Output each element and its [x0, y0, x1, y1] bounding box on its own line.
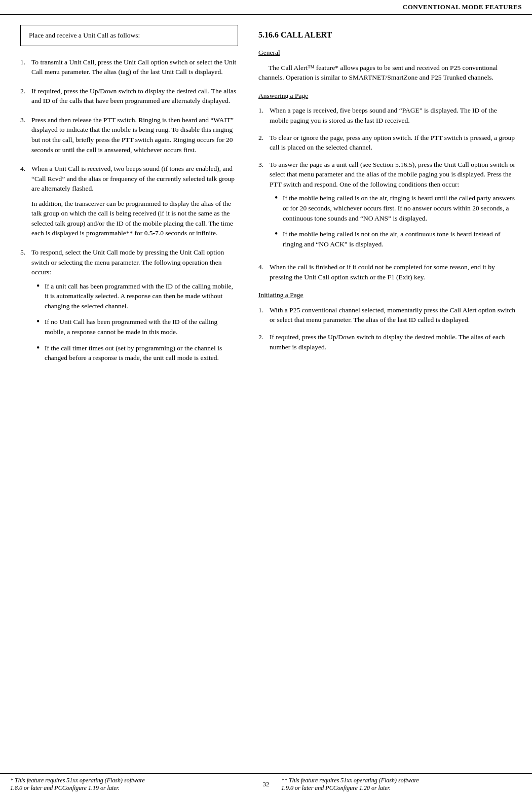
item-num: 2.: [20, 86, 31, 96]
intro-box: Place and receive a Unit Call as follows…: [20, 25, 238, 46]
item-num: 2.: [258, 332, 270, 342]
item-num: 5.: [20, 247, 31, 258]
page-header: CONVENTIONAL MODE FEATURES: [0, 0, 532, 15]
header-title: CONVENTIONAL MODE FEATURES: [403, 3, 522, 11]
item-text: If required, press the Up/Down switch to…: [270, 332, 517, 352]
list-item: 1. With a P25 conventional channel selec…: [258, 305, 517, 325]
list-item: • If the mobile being called is on the a…: [275, 193, 517, 223]
subsection-label: Initiating a Page: [258, 290, 517, 300]
bullet-icon: •: [275, 193, 283, 203]
left-column: Place and receive a Unit Call as follows…: [0, 15, 248, 388]
footer-right-line2: 1.9.0 or later and PCConfigure 1.20 or l…: [281, 784, 522, 792]
item-text: To clear or ignore the page, press any o…: [270, 133, 517, 153]
item-num: 1.: [20, 57, 31, 67]
list-item: • If no Unit Call has been programmed wi…: [36, 317, 238, 337]
footer-left: * This feature requires 51xx operating (…: [10, 777, 251, 792]
list-item: • If the call timer times out (set by pr…: [36, 343, 238, 363]
intro-text: Place and receive a Unit Call as follows…: [29, 31, 140, 39]
item-text: To respond, select the Unit Call mode by…: [31, 247, 238, 369]
bullet-icon: •: [36, 281, 45, 292]
footer-left-line2: 1.8.0 or later and PCConfigure 1.19 or l…: [10, 784, 251, 792]
item-num: 1.: [258, 105, 270, 116]
list-item: 2. To clear or ignore the page, press an…: [258, 133, 517, 153]
content-area: Place and receive a Unit Call as follows…: [0, 15, 532, 388]
item-num: 1.: [258, 305, 270, 315]
subsection-general: General The Call Alert™ feature* allows …: [258, 48, 517, 83]
list-item: • If a unit call has been programmed wit…: [36, 281, 238, 311]
list-item: • If the mobile being called is not on t…: [275, 229, 517, 249]
bullet-text: If a unit call has been programmed with …: [45, 281, 238, 311]
item-text: When the call is finished or if it could…: [270, 262, 517, 282]
subsection-initiating: Initiating a Page 1. With a P25 conventi…: [258, 290, 517, 352]
bullet-icon: •: [36, 343, 45, 353]
subsection-label: Answering a Page: [258, 91, 517, 101]
bullet-text: If no Unit Call has been programmed with…: [45, 317, 238, 337]
item-extra-text: In addition, the transceiver can be prog…: [31, 199, 238, 238]
list-item: 2. If required, press the Up/Down switch…: [258, 332, 517, 352]
item-text: Press and then release the PTT switch. R…: [31, 115, 238, 155]
item-num: 2.: [258, 133, 270, 143]
subsection-body: The Call Alert™ feature* allows pages to…: [258, 63, 517, 83]
sub-numbered-list: 1. When a page is received, five beeps s…: [258, 105, 517, 282]
item-num: 4.: [258, 262, 270, 272]
subsection-label: General: [258, 48, 517, 58]
item-text: If required, press the Up/Down switch to…: [31, 86, 238, 106]
sub-bullet-list: • If the mobile being called is on the a…: [275, 193, 517, 249]
list-item: 1. When a page is received, five beeps s…: [258, 105, 517, 125]
item-text: To transmit a Unit Call, press the Unit …: [31, 57, 238, 77]
bullet-text: If the mobile being called is not on the…: [283, 229, 517, 249]
list-item: 3. Press and then release the PTT switch…: [20, 115, 238, 155]
list-item: 4. When a Unit Call is received, two bee…: [20, 164, 238, 238]
list-item: 1. To transmit a Unit Call, press the Un…: [20, 57, 238, 77]
bullet-list: • If a unit call has been programmed wit…: [36, 281, 238, 363]
bullet-text: If the mobile being called is on the air…: [283, 193, 517, 223]
left-numbered-list: 1. To transmit a Unit Call, press the Un…: [20, 57, 238, 369]
item-text: When a page is received, five beeps soun…: [270, 105, 517, 125]
footer-left-line1: * This feature requires 51xx operating (…: [10, 777, 251, 784]
sub-numbered-list: 1. With a P25 conventional channel selec…: [258, 305, 517, 352]
item-num: 4.: [20, 164, 31, 174]
item-text: To answer the page as a unit call (see S…: [270, 160, 517, 256]
bullet-text: If the call timer times out (set by prog…: [45, 343, 238, 363]
item-text: With a P25 conventional channel selected…: [270, 305, 517, 325]
subsection-answering: Answering a Page 1. When a page is recei…: [258, 91, 517, 282]
list-item: 3. To answer the page as a unit call (se…: [258, 160, 517, 256]
bullet-icon: •: [36, 317, 45, 327]
footer-right-line1: ** This feature requires 51xx operating …: [281, 777, 522, 784]
item-num: 3.: [20, 115, 31, 125]
list-item: 5. To respond, select the Unit Call mode…: [20, 247, 238, 369]
footer-page-number: 32: [251, 777, 281, 792]
right-column: 5.16.6 CALL ALERT General The Call Alert…: [248, 15, 532, 388]
page-footer: * This feature requires 51xx operating (…: [0, 773, 532, 795]
item-num: 3.: [258, 160, 270, 170]
footer-right: ** This feature requires 51xx operating …: [281, 777, 522, 792]
section-title: 5.16.6 CALL ALERT: [258, 29, 517, 41]
list-item: 2. If required, press the Up/Down switch…: [20, 86, 238, 106]
bullet-icon: •: [275, 229, 283, 239]
list-item: 4. When the call is finished or if it co…: [258, 262, 517, 282]
item-text: When a Unit Call is received, two beeps …: [31, 164, 238, 238]
